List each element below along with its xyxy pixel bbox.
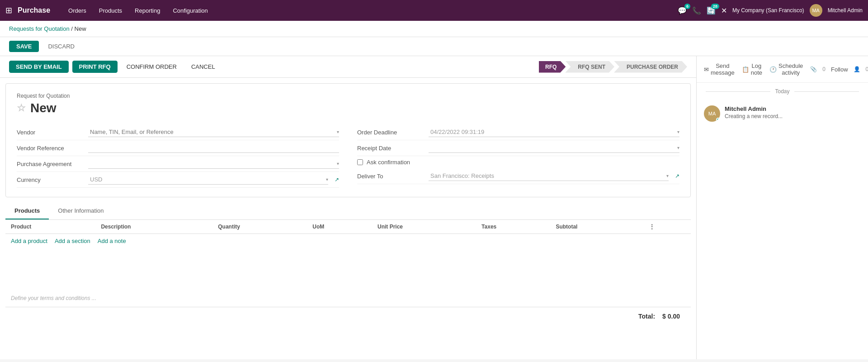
- print-rfq-button[interactable]: PRINT RFQ: [72, 61, 118, 73]
- chatter-panel: ✉ Send message 📋 Log note 🕐 Schedule act…: [696, 56, 868, 359]
- receipt-date-label: Receipt Date: [357, 145, 425, 152]
- purchase-agreement-arrow: ▾: [337, 161, 339, 166]
- purchase-agreement-label: Purchase Agreement: [17, 161, 85, 167]
- chat-icon-btn[interactable]: 💬 6: [678, 6, 687, 15]
- breadcrumb-separator: /: [70, 25, 75, 32]
- activity-icon-btn[interactable]: 🔄 28: [707, 6, 716, 15]
- col-description: Description: [95, 220, 212, 234]
- confirm-order-button[interactable]: CONFIRM ORDER: [121, 61, 182, 72]
- discard-button[interactable]: DISCARD: [42, 41, 80, 52]
- message-avatar: MA: [704, 105, 720, 122]
- currency-input[interactable]: [88, 175, 324, 184]
- col-product: Product: [5, 220, 95, 234]
- status-rfq-sent: RFQ SENT: [565, 61, 614, 73]
- status-bar: RFQ RFQ SENT PURCHASE ORDER: [539, 61, 687, 73]
- menu-configuration[interactable]: Configuration: [167, 5, 213, 17]
- avatar-initials: MA: [812, 8, 820, 13]
- tabs-bar: Products Other Information: [5, 203, 691, 220]
- vendor-label: Vendor: [17, 129, 85, 136]
- currency-external-link-icon[interactable]: ↗: [335, 176, 339, 183]
- purchase-agreement-row: Purchase Agreement ▾: [17, 156, 339, 172]
- products-table: Product Description Quantity UoM Unit Pr…: [5, 220, 691, 234]
- activity-badge: 28: [711, 4, 719, 9]
- total-value: $ 0.00: [662, 313, 680, 320]
- send-by-email-button[interactable]: SEND BY EMAIL: [9, 61, 69, 73]
- receipt-date-wrapper: ▾: [429, 143, 679, 153]
- favorite-star-icon[interactable]: ☆: [17, 102, 26, 114]
- deliver-to-input[interactable]: [429, 171, 665, 181]
- app-name[interactable]: Purchase: [18, 6, 50, 14]
- breadcrumb-parent[interactable]: Requests for Quotation: [9, 25, 70, 32]
- deliver-to-external-link-icon[interactable]: ↗: [675, 173, 679, 179]
- topnav-right: 💬 6 📞 🔄 28 ✕ My Company (San Francisco) …: [678, 4, 863, 17]
- main-layout: SEND BY EMAIL PRINT RFQ CONFIRM ORDER CA…: [0, 56, 868, 359]
- menu-orders[interactable]: Orders: [63, 5, 92, 17]
- close-icon-btn[interactable]: ✕: [721, 6, 727, 15]
- schedule-activity-label: Schedule activity: [778, 62, 803, 76]
- add-section-link[interactable]: Add a section: [55, 238, 90, 244]
- save-button[interactable]: SAVE: [9, 41, 39, 52]
- menu-reporting[interactable]: Reporting: [129, 5, 165, 17]
- col-quantity: Quantity: [212, 220, 307, 234]
- grid-icon[interactable]: ⊞: [5, 5, 12, 15]
- log-note-label: Log note: [751, 62, 762, 76]
- vendor-dropdown-arrow: ▾: [337, 129, 339, 134]
- status-purchase-order: PURCHASE ORDER: [614, 61, 687, 73]
- status-rfq: RFQ: [539, 61, 566, 73]
- action-bar: SEND BY EMAIL PRINT RFQ CONFIRM ORDER CA…: [0, 56, 696, 78]
- currency-row: Currency ▾ ↗: [17, 172, 339, 188]
- phone-icon-btn[interactable]: 📞: [692, 6, 701, 15]
- order-deadline-input[interactable]: [429, 127, 675, 137]
- log-note-icon: 📋: [742, 66, 749, 73]
- terms-placeholder[interactable]: Define your terms and conditions ...: [11, 295, 96, 301]
- add-note-link[interactable]: Add a note: [98, 238, 126, 244]
- deliver-to-row: Deliver To ▾ ↗: [357, 168, 679, 184]
- send-message-button[interactable]: ✉ Send message: [704, 61, 735, 78]
- vendor-reference-input[interactable]: [88, 143, 339, 153]
- message-author: Mitchell Admin: [725, 105, 861, 112]
- vendor-input[interactable]: [88, 127, 335, 137]
- message-text: Creating a new record...: [725, 113, 861, 119]
- form-area: Request for Quotation ☆ New Vendor ▾: [5, 83, 691, 197]
- send-message-label: Send message: [711, 62, 735, 76]
- company-name: My Company (San Francisco): [732, 7, 804, 14]
- ask-confirmation-row: Ask confirmation: [357, 156, 679, 168]
- add-product-link[interactable]: Add a product: [11, 238, 47, 244]
- vendor-row: Vendor ▾: [17, 124, 339, 140]
- receipt-date-input[interactable]: [429, 143, 675, 152]
- follower-count: 0: [866, 66, 868, 72]
- purchase-agreement-input[interactable]: [88, 159, 335, 168]
- receipt-date-row: Receipt Date ▾: [357, 140, 679, 156]
- receipt-date-arrow: ▾: [677, 145, 679, 150]
- log-note-button[interactable]: 📋 Log note: [742, 61, 762, 78]
- form-grid: Vendor ▾ Vendor Reference Purchase Agree…: [17, 124, 679, 188]
- user-avatar[interactable]: MA: [810, 4, 822, 17]
- col-uom: UoM: [307, 220, 372, 234]
- order-deadline-row: Order Deadline ▾: [357, 124, 679, 140]
- menu-products[interactable]: Products: [94, 5, 127, 17]
- chat-badge: 6: [684, 4, 690, 9]
- deliver-to-label: Deliver To: [357, 173, 425, 180]
- vendor-field-wrapper: ▾: [88, 127, 339, 137]
- follow-button[interactable]: Follow: [831, 66, 848, 73]
- save-bar: SAVE DISCARD: [0, 37, 868, 56]
- add-links-row: Add a product Add a section Add a note: [5, 234, 691, 248]
- order-deadline-arrow: ▾: [677, 129, 679, 134]
- deliver-to-wrapper: ▾: [429, 171, 669, 181]
- tab-products[interactable]: Products: [5, 203, 49, 219]
- table-area: Product Description Quantity UoM Unit Pr…: [5, 220, 691, 253]
- cancel-button[interactable]: CANCEL: [186, 61, 221, 72]
- schedule-activity-button[interactable]: 🕐 Schedule activity: [769, 61, 803, 78]
- person-icon: 👤: [854, 66, 860, 72]
- breadcrumb: Requests for Quotation / New: [0, 21, 868, 37]
- col-options[interactable]: ⋮: [644, 220, 691, 234]
- deliver-to-arrow: ▾: [666, 173, 669, 178]
- order-deadline-wrapper: ▾: [429, 127, 679, 137]
- record-label: Request for Quotation: [17, 93, 679, 99]
- purchase-agreement-wrapper: ▾: [88, 159, 339, 169]
- tab-other-information[interactable]: Other Information: [49, 203, 113, 219]
- form-right-column: Order Deadline ▾ Receipt Date ▾: [357, 124, 679, 188]
- col-unit-price: Unit Price: [372, 220, 476, 234]
- ask-confirmation-checkbox[interactable]: [357, 159, 363, 165]
- order-deadline-label: Order Deadline: [357, 129, 425, 136]
